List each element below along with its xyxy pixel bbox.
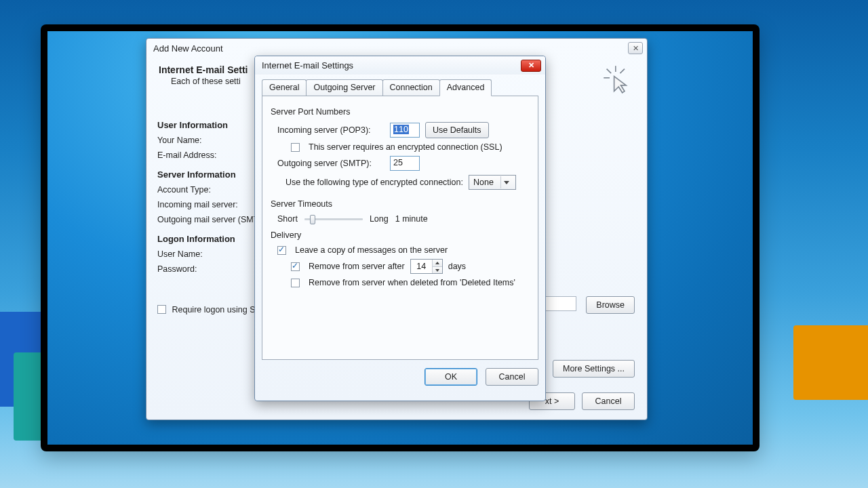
leave-copy-label: Leave a copy of messages on the server [295, 245, 448, 255]
chevron-down-icon [500, 176, 513, 188]
tab-outgoing-server[interactable]: Outgoing Server [306, 79, 382, 96]
titlebar[interactable]: Internet E-mail Settings ✕ [255, 56, 545, 75]
group-port-numbers: Server Port Numbers [271, 107, 530, 117]
remove-days-value: 14 [411, 260, 433, 273]
remove-after-checkbox[interactable] [291, 262, 300, 271]
encryption-value: None [473, 178, 494, 187]
use-defaults-button[interactable]: Use Defaults [425, 122, 489, 138]
outgoing-port-input[interactable]: 25 [390, 156, 420, 171]
group-timeouts: Server Timeouts [271, 199, 530, 209]
group-delivery: Delivery [271, 230, 530, 240]
monitor-frame: Add New Account ✕ Internet E-mail Setti … [41, 24, 760, 451]
incoming-port-label: Incoming server (POP3): [277, 125, 384, 135]
days-label: days [448, 262, 466, 271]
encryption-dropdown[interactable]: None [469, 175, 516, 190]
email-settings-dialog: Internet E-mail Settings ✕ General Outgo… [254, 56, 546, 401]
svg-line-2 [620, 69, 625, 74]
tab-general[interactable]: General [262, 79, 307, 96]
remove-after-label: Remove from server after [309, 262, 405, 271]
tab-connection[interactable]: Connection [382, 79, 440, 96]
incoming-port-input[interactable]: 110 [390, 123, 420, 138]
more-settings-button[interactable]: More Settings ... [553, 360, 635, 378]
outgoing-port-label: Outgoing server (SMTP): [277, 159, 384, 168]
chevron-down-icon[interactable] [433, 266, 442, 273]
tab-advanced-page: Server Port Numbers Incoming server (POP… [262, 96, 538, 360]
cancel-button[interactable]: Cancel [486, 368, 538, 386]
timeout-slider[interactable] [304, 218, 363, 220]
remove-days-stepper[interactable]: 14 [410, 259, 443, 274]
titlebar[interactable]: Add New Account ✕ [146, 39, 647, 58]
ssl-checkbox[interactable] [291, 143, 300, 152]
window-title: Internet E-mail Settings [262, 60, 521, 70]
leave-copy-checkbox[interactable] [277, 246, 286, 255]
tab-advanced[interactable]: Advanced [439, 79, 492, 96]
timeout-value: 1 minute [395, 214, 428, 224]
cursor-icon [602, 64, 632, 94]
close-icon[interactable]: ✕ [628, 42, 643, 54]
desktop: Add New Account ✕ Internet E-mail Setti … [47, 31, 753, 445]
window-title: Add New Account [153, 43, 628, 54]
browse-button[interactable]: Browse [586, 296, 635, 314]
remove-deleted-label: Remove from server when deleted from 'De… [309, 278, 515, 287]
ok-button[interactable]: OK [425, 368, 477, 386]
close-icon[interactable]: ✕ [521, 60, 541, 72]
timeout-short-label: Short [277, 214, 298, 224]
require-logon-label: Require logon using Se [172, 305, 260, 314]
cancel-button[interactable]: Cancel [582, 392, 635, 410]
encryption-label: Use the following type of encrypted conn… [285, 178, 463, 187]
ssl-label: This server requires an encrypted connec… [309, 142, 502, 152]
remove-deleted-checkbox[interactable] [291, 279, 300, 287]
timeout-long-label: Long [370, 214, 389, 224]
chevron-up-icon[interactable] [433, 260, 442, 266]
svg-line-1 [607, 69, 612, 74]
require-logon-checkbox[interactable] [157, 305, 166, 314]
